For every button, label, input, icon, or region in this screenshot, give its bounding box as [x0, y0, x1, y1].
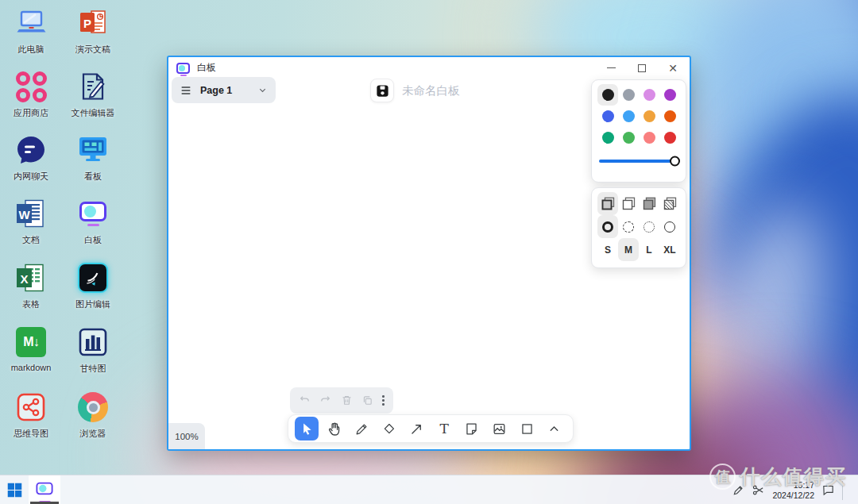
desktop-icon-label: markdown [2, 363, 60, 372]
maximize-button[interactable] [633, 60, 651, 77]
color-swatch-black[interactable] [597, 84, 618, 106]
show-desktop-button[interactable] [850, 475, 853, 504]
fill-style-semi[interactable] [597, 192, 618, 215]
color-palette-panel [591, 79, 686, 183]
wallpaper-blob [691, 0, 858, 238]
desktop-icon-intranet-chat[interactable]: 内网聊天 [2, 132, 60, 183]
desktop-icon-label: 图片编辑 [64, 298, 122, 310]
app-store-icon [13, 68, 49, 105]
clock-date: 2024/12/22 [772, 491, 814, 501]
stroke-style-thin[interactable] [659, 215, 680, 238]
desktop-icon-mind-map[interactable]: 思维导图 [2, 389, 60, 440]
windows-logo-icon [6, 482, 23, 498]
taskbar-whiteboard-app[interactable] [29, 475, 60, 504]
close-button[interactable]: ✕ [664, 60, 682, 77]
presentation-icon: P [75, 5, 111, 41]
fill-style-none[interactable] [618, 192, 639, 215]
fill-style-solid[interactable] [639, 192, 659, 215]
window-titlebar[interactable]: 白板 ✕ [168, 57, 690, 79]
color-swatch-orange[interactable] [659, 106, 680, 127]
whiteboard-app-icon [176, 63, 190, 74]
this-pc-icon [13, 5, 49, 41]
color-swatch-salmon[interactable] [639, 127, 659, 148]
desktop-icon-kanban[interactable]: 看板 [64, 132, 122, 183]
pen-tray-icon[interactable] [732, 484, 744, 497]
desktop-icon-label: 文件编辑器 [64, 107, 122, 119]
desktop-icon-label: 应用商店 [2, 107, 60, 119]
size-l-button[interactable]: L [639, 238, 659, 261]
word-doc-icon: W [13, 195, 49, 232]
size-xl-button[interactable]: XL [659, 238, 680, 261]
shape-tool[interactable] [515, 417, 539, 441]
svg-text:X: X [20, 272, 28, 286]
spreadsheet-icon: X [13, 260, 49, 296]
color-swatch-blue[interactable] [597, 106, 618, 127]
color-swatch-sky-blue[interactable] [618, 106, 639, 127]
duplicate-icon[interactable] [361, 394, 373, 406]
desktop-icon-spreadsheet[interactable]: X 表格 [2, 260, 60, 310]
delete-icon[interactable] [341, 394, 353, 406]
slider-handle[interactable] [670, 156, 680, 167]
desktop-icon-label: 思维导图 [2, 428, 60, 440]
arrow-tool[interactable] [405, 417, 429, 441]
save-button[interactable] [370, 79, 394, 102]
taskbar-clock[interactable]: 15:17 2024/12/22 [772, 480, 814, 500]
chevron-down-icon [257, 85, 268, 95]
desktop-icon-label: 此电脑 [2, 44, 60, 56]
desktop-icon-label: 浏览器 [64, 428, 122, 440]
color-swatch-teal-green[interactable] [597, 127, 618, 148]
pencil-tool[interactable] [350, 417, 373, 441]
chat-bubble-icon [13, 132, 49, 168]
redo-icon[interactable] [319, 394, 331, 406]
desktop-icon-app-store[interactable]: 应用商店 [2, 68, 60, 119]
mind-map-icon [13, 389, 49, 425]
select-tool[interactable] [295, 417, 319, 441]
size-m-button[interactable]: M [618, 238, 639, 261]
eraser-tool[interactable] [377, 417, 401, 441]
start-button[interactable] [0, 475, 29, 504]
color-swatch-red[interactable] [659, 127, 680, 148]
fill-style-hatch[interactable] [659, 192, 680, 215]
kanban-monitor-icon [75, 132, 111, 168]
text-tool-icon: T [440, 422, 449, 436]
color-swatch-green[interactable] [618, 127, 639, 148]
zoom-level-badge[interactable]: 100% [168, 423, 205, 449]
notification-comment-icon[interactable] [821, 483, 835, 497]
sticky-note-tool[interactable] [460, 417, 484, 441]
close-icon: ✕ [668, 63, 678, 74]
desktop-icon-word-doc[interactable]: W 文档 [2, 195, 60, 246]
desktop-icon-image-editor[interactable]: 图片编辑 [64, 260, 122, 310]
desktop-icon-gantt[interactable]: 甘特图 [64, 324, 122, 375]
chevron-up-icon [547, 422, 561, 436]
desktop-icon-markdown[interactable]: M↓ markdown [2, 324, 60, 372]
desktop: 此电脑 P 演示文稿 应用商店 [0, 0, 858, 504]
page-selector[interactable]: Page 1 [172, 77, 276, 103]
desktop-icon-label: 内网聊天 [2, 171, 60, 183]
minimize-button[interactable] [602, 60, 620, 77]
stroke-width-slider[interactable] [597, 151, 680, 171]
stroke-style-dashed[interactable] [618, 215, 639, 238]
color-swatch-gray[interactable] [618, 84, 639, 106]
image-tool[interactable] [488, 417, 512, 441]
more-options-icon[interactable] [382, 395, 385, 406]
whiteboard-icon [75, 195, 111, 232]
desktop-icon-whiteboard[interactable]: 白板 [64, 195, 122, 246]
color-swatch-amber[interactable] [639, 106, 659, 127]
desktop-icon-presentation[interactable]: P 演示文稿 [64, 5, 122, 56]
undo-icon[interactable] [299, 394, 311, 406]
size-s-button[interactable]: S [597, 238, 618, 261]
color-swatch-purple[interactable] [659, 84, 680, 106]
menu-icon [180, 84, 192, 97]
desktop-icon-this-pc[interactable]: 此电脑 [2, 5, 60, 56]
desktop-icon-file-editor[interactable]: 文件编辑器 [64, 68, 122, 119]
screenshot-scissors-icon[interactable] [752, 483, 765, 497]
eraser-icon [381, 421, 396, 437]
stroke-style-dotted[interactable] [639, 215, 659, 238]
color-swatch-orchid[interactable] [639, 84, 659, 106]
desktop-icon-browser[interactable]: 浏览器 [64, 389, 122, 440]
gantt-chart-icon [75, 324, 111, 360]
pan-tool[interactable] [323, 417, 346, 441]
text-tool[interactable]: T [432, 417, 456, 441]
stroke-style-bold[interactable] [597, 215, 618, 238]
collapse-toolbar-button[interactable] [543, 417, 566, 441]
